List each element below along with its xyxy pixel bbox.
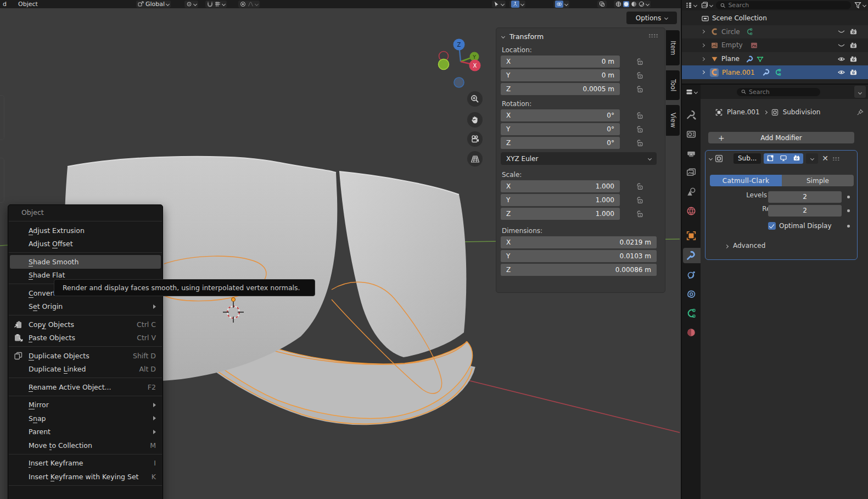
optimal-display-checkbox[interactable]: [768, 222, 776, 230]
outliner-row-plane-001[interactable]: Plane.001: [682, 65, 868, 79]
falloff-curve-icon[interactable]: [248, 1, 254, 7]
lock-open-icon[interactable]: [636, 125, 643, 133]
menu-add-partial[interactable]: d: [0, 1, 9, 8]
outliner-row-scene-collection[interactable]: Scene Collection: [682, 12, 868, 25]
snap-target-icon[interactable]: [215, 1, 221, 7]
menu-item-shade-smooth[interactable]: Shade Smooth: [10, 255, 161, 269]
lock-open-icon[interactable]: [636, 210, 643, 218]
expand-chevron-icon[interactable]: [701, 70, 705, 74]
realtime-display-toggle[interactable]: [777, 153, 790, 164]
menu-item-copy-objects[interactable]: Copy ObjectsCtrl C: [8, 318, 163, 331]
rotation-mode-dropdown[interactable]: XYZ Euler: [501, 152, 657, 165]
shading-rendered-icon[interactable]: [639, 1, 645, 7]
menu-item-paste-objects[interactable]: Paste ObjectsCtrl V: [8, 331, 163, 345]
shading-wireframe-icon[interactable]: [615, 1, 621, 7]
shading-material-icon[interactable]: [631, 1, 637, 7]
lock-open-icon[interactable]: [636, 71, 643, 79]
properties-filter-dropdown[interactable]: [854, 86, 866, 98]
location-x-field[interactable]: X0 m: [501, 56, 620, 68]
simple-button[interactable]: Simple: [782, 175, 854, 186]
tab-modifiers[interactable]: [686, 251, 696, 260]
tab-render[interactable]: [686, 129, 696, 139]
zoom-button[interactable]: [467, 91, 483, 107]
navigation-gizmo[interactable]: Y Z X: [428, 30, 494, 99]
menu-item-set-origin[interactable]: Set Origin: [8, 300, 163, 314]
axis-ball-neg-y[interactable]: [439, 59, 449, 70]
dimensions-z-field[interactable]: Z0.00086 m: [501, 264, 657, 276]
animate-dot[interactable]: [847, 225, 850, 228]
lock-open-icon[interactable]: [636, 182, 643, 190]
render-levels-field[interactable]: 2: [768, 205, 842, 217]
shading-solid-icon[interactable]: [623, 1, 629, 7]
magnet-icon[interactable]: [207, 1, 213, 7]
menu-object[interactable]: Object: [15, 1, 41, 8]
pan-hand-button[interactable]: [467, 112, 483, 127]
eye-closed-icon[interactable]: [838, 42, 845, 49]
editor-type-dropdown[interactable]: [685, 88, 698, 96]
eye-closed-icon[interactable]: [838, 28, 845, 35]
tab-view-layer[interactable]: [686, 168, 696, 178]
location-y-field[interactable]: Y0 m: [501, 69, 620, 81]
menu-item-adjust-offset[interactable]: Adjust Offset: [8, 237, 163, 251]
show-overlays-toggle[interactable]: [555, 1, 563, 8]
show-gizmo-toggle[interactable]: [511, 1, 519, 8]
outliner-row-empty[interactable]: Empty: [682, 38, 868, 52]
camera-visibility-icon[interactable]: [850, 69, 857, 76]
camera-view-button[interactable]: [467, 131, 483, 147]
menu-item-mirror[interactable]: Mirror: [8, 398, 163, 412]
breadcrumb-modifier[interactable]: Subdivision: [783, 108, 821, 116]
tab-physics[interactable]: [686, 270, 696, 280]
lock-open-icon[interactable]: [636, 196, 643, 204]
3d-viewport[interactable]: Options Item Tool View Y Z X Transfor: [0, 8, 681, 499]
camera-visibility-icon[interactable]: [850, 42, 857, 49]
pin-icon[interactable]: [856, 109, 864, 116]
menu-item-rename-active-object[interactable]: Rename Active Object...F2: [8, 380, 163, 394]
breadcrumb-object[interactable]: Plane.001: [727, 108, 760, 116]
eye-open-icon[interactable]: [838, 56, 845, 63]
animate-dot[interactable]: [847, 209, 850, 212]
lock-open-icon[interactable]: [636, 139, 643, 147]
transform-orientation-dropdown[interactable]: Global: [136, 1, 171, 8]
xray-toggle[interactable]: [597, 1, 607, 8]
tab-tool[interactable]: Tool: [666, 70, 680, 100]
tab-world[interactable]: [686, 206, 696, 216]
collapse-chevron-icon[interactable]: [709, 156, 713, 160]
axis-ball-neg-z[interactable]: [454, 77, 464, 87]
menu-item-insert-keyframe-keying-set[interactable]: Insert Keyframe with Keying SetK: [8, 470, 163, 484]
expand-chevron-icon[interactable]: [701, 30, 705, 34]
menu-item-insert-keyframe[interactable]: Insert KeyframeI: [8, 457, 163, 470]
modifier-extras-dropdown[interactable]: [806, 153, 818, 164]
dimensions-y-field[interactable]: Y0.0103 m: [501, 250, 657, 262]
location-z-field[interactable]: Z0.0005 m: [501, 83, 620, 95]
menu-item-duplicate-objects[interactable]: Duplicate ObjectsShift D: [8, 349, 163, 363]
tab-constraints[interactable]: [686, 289, 696, 299]
lock-open-icon[interactable]: [636, 112, 643, 119]
pivot-point-dropdown[interactable]: [184, 1, 198, 8]
modifier-name-field[interactable]: Sub...: [733, 153, 761, 164]
camera-visibility-icon[interactable]: [850, 56, 857, 63]
transform-panel-header[interactable]: Transform: [502, 32, 544, 41]
advanced-section-row[interactable]: Advanced: [705, 242, 858, 253]
expand-chevron-icon[interactable]: [701, 57, 705, 61]
properties-search-input[interactable]: [749, 88, 816, 96]
tab-object[interactable]: [686, 231, 696, 241]
levels-viewport-field[interactable]: 2: [768, 191, 842, 203]
expand-chevron-icon[interactable]: [701, 43, 705, 47]
filter-dropdown[interactable]: [853, 1, 867, 9]
add-modifier-button[interactable]: + Add Modifier: [708, 132, 854, 143]
menu-item-adjust-extrusion[interactable]: Adjust Extrusion: [8, 224, 163, 237]
eye-open-icon[interactable]: [838, 69, 845, 76]
modifier-drag-handle[interactable]: [832, 157, 840, 160]
options-dropdown[interactable]: Options: [626, 12, 677, 24]
outliner-row-plane[interactable]: Plane: [682, 52, 868, 66]
rotation-z-field[interactable]: Z0°: [501, 137, 620, 149]
properties-search-field[interactable]: [737, 88, 820, 96]
toolbar-collapsed-tab[interactable]: [0, 95, 4, 140]
dimensions-x-field[interactable]: X0.0219 m: [501, 236, 657, 248]
lock-open-icon[interactable]: [636, 58, 643, 65]
edit-mode-toggle[interactable]: [764, 153, 777, 164]
menu-item-duplicate-linked[interactable]: Duplicate LinkedAlt D: [8, 363, 163, 376]
catmull-clark-button[interactable]: Catmull-Clark: [710, 175, 782, 186]
tab-scene[interactable]: [686, 187, 696, 197]
camera-visibility-icon[interactable]: [850, 28, 857, 35]
